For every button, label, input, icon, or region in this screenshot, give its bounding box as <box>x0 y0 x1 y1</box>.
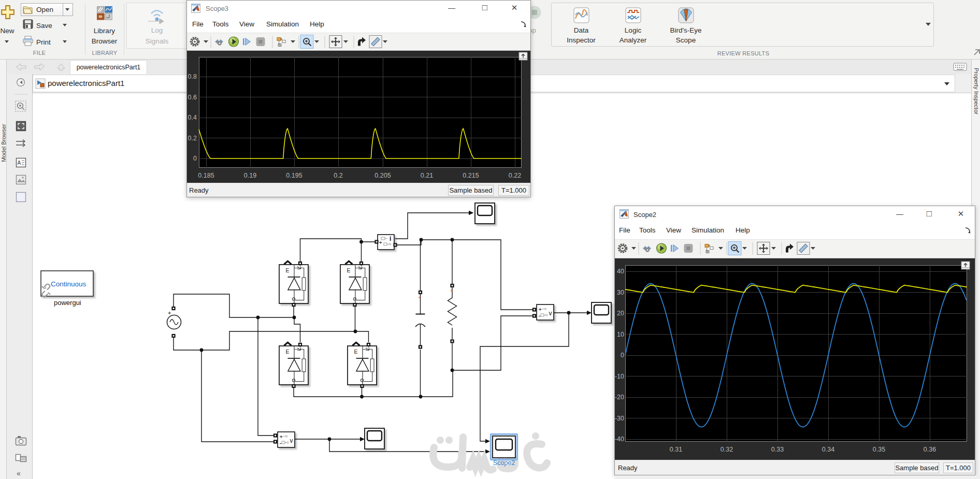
svg-text:+: + <box>419 295 422 300</box>
svg-text:0.4: 0.4 <box>188 114 197 121</box>
svg-text:0.19: 0.19 <box>244 172 256 179</box>
svg-text:40: 40 <box>617 268 624 275</box>
svg-text:0.6: 0.6 <box>188 94 197 101</box>
svg-text:-20: -20 <box>615 394 624 401</box>
svg-text:powergui: powergui <box>54 299 81 307</box>
svg-text:0.34: 0.34 <box>822 446 834 453</box>
svg-text:20: 20 <box>617 310 624 317</box>
svg-text:0.21: 0.21 <box>421 172 433 179</box>
svg-text:-10: -10 <box>615 373 624 380</box>
svg-text:0: 0 <box>621 352 624 359</box>
svg-text:0.22: 0.22 <box>509 172 521 179</box>
svg-text:-30: -30 <box>615 415 624 422</box>
svg-text:30: 30 <box>617 289 624 296</box>
svg-text:0.36: 0.36 <box>924 446 936 453</box>
svg-text:0.32: 0.32 <box>720 446 733 453</box>
svg-text:+: + <box>450 288 453 294</box>
svg-text:0.195: 0.195 <box>286 172 302 179</box>
svg-text:0.35: 0.35 <box>873 446 885 453</box>
svg-text:0.205: 0.205 <box>374 172 391 179</box>
svg-text:0.33: 0.33 <box>771 446 784 453</box>
svg-text:0.2: 0.2 <box>334 172 342 179</box>
svg-text:0.31: 0.31 <box>670 446 682 453</box>
svg-text:0.2: 0.2 <box>188 135 197 142</box>
svg-text:-40: -40 <box>615 436 624 443</box>
svg-text:0.215: 0.215 <box>463 172 479 179</box>
svg-text:0.185: 0.185 <box>198 172 214 179</box>
svg-text:10: 10 <box>617 331 624 338</box>
svg-text:+: + <box>379 239 382 245</box>
svg-text:0: 0 <box>193 155 197 162</box>
svg-text:Continuous: Continuous <box>51 280 87 288</box>
svg-text:i: i <box>390 235 391 242</box>
svg-text:+: + <box>168 310 171 316</box>
svg-text:0.8: 0.8 <box>188 73 197 80</box>
svg-text:Scope2: Scope2 <box>493 459 515 467</box>
